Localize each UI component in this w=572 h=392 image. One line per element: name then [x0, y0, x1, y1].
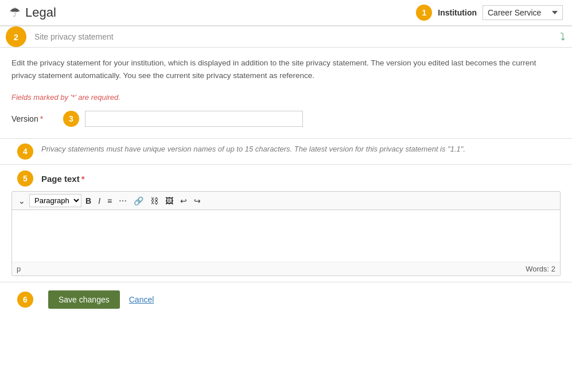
page-text-section: 5 Page text* ⌄ Paragraph Heading 1 Headi… [0, 170, 572, 276]
page-text-header: 5 Page text* [11, 170, 561, 187]
description-text: Edit the privacy statement for your inst… [11, 57, 561, 81]
version-label: Version* [11, 114, 57, 123]
toolbar-unlink-btn[interactable]: ⛓ [147, 195, 161, 207]
bottom-bar: 6 Save changes Cancel [0, 282, 572, 317]
step-2-row: 2 Site privacy statement ⤵ [0, 26, 572, 48]
chevron-down-icon[interactable]: ⤵ [560, 31, 565, 43]
words-count: Words: 2 [526, 265, 555, 273]
toolbar-redo-btn[interactable]: ↪ [191, 195, 204, 207]
toolbar-undo-btn[interactable]: ↩ [177, 195, 190, 207]
version-label-text: Version [11, 114, 38, 123]
page-title: Legal [25, 5, 56, 20]
header-left: ☂ Legal [9, 5, 56, 20]
institution-label: Institution [438, 8, 477, 17]
editor-wrapper: ⌄ Paragraph Heading 1 Heading 2 Heading … [11, 191, 561, 276]
required-note: Fields marked by '*' are required. [11, 93, 561, 102]
step-6-badge: 6 [17, 292, 33, 308]
step-3-badge: 3 [63, 111, 79, 127]
main-content: Edit the privacy statement for your inst… [0, 48, 572, 138]
editor-toolbar: ⌄ Paragraph Heading 1 Heading 2 Heading … [12, 192, 560, 210]
editor-body[interactable] [12, 210, 560, 262]
page-header: ☂ Legal 1 Institution Career ServiceOthe… [0, 0, 572, 26]
step-1-badge: 1 [416, 5, 432, 21]
step-4-badge: 4 [17, 143, 33, 160]
toolbar-italic-btn[interactable]: I [95, 195, 103, 207]
legal-icon: ☂ [9, 5, 21, 20]
version-field-row: Version* 3 [11, 111, 561, 127]
institution-select[interactable]: Career ServiceOther Institution [482, 5, 563, 20]
toolbar-chevron-btn[interactable]: ⌄ [15, 195, 28, 207]
toolbar-paragraph-select[interactable]: Paragraph Heading 1 Heading 2 Heading 3 [29, 194, 81, 207]
toolbar-bullet-list-btn[interactable]: ≡ [104, 195, 115, 207]
toolbar-bold-btn[interactable]: B [83, 195, 94, 207]
version-input[interactable] [85, 111, 303, 127]
step-4-hint-row: 4 Privacy statements must have unique ve… [0, 138, 572, 165]
version-required-star: * [40, 114, 43, 123]
hint-text: Privacy statements must have unique vers… [41, 143, 465, 155]
page-text-label: Page text* [41, 174, 85, 184]
step-2-badge: 2 [6, 26, 26, 47]
toolbar-link-btn[interactable]: 🔗 [131, 195, 146, 207]
toolbar-image-btn[interactable]: 🖼 [162, 195, 176, 207]
toolbar-ordered-list-btn[interactable]: ⋯ [116, 195, 130, 207]
page-text-required-star: * [81, 174, 85, 184]
privacy-statement-select[interactable]: Site privacy statement [32, 26, 560, 47]
editor-tag: p [17, 265, 21, 273]
save-button[interactable]: Save changes [48, 290, 120, 309]
editor-footer: p Words: 2 [12, 262, 560, 275]
cancel-button[interactable]: Cancel [129, 295, 154, 304]
step-5-badge: 5 [17, 170, 33, 187]
header-right: 1 Institution Career ServiceOther Instit… [416, 5, 563, 21]
